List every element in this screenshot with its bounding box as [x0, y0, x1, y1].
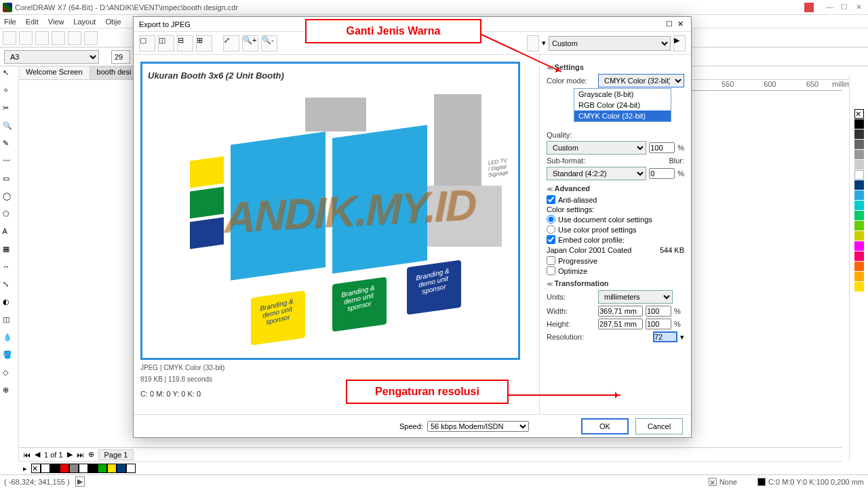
eyedropper-tool-icon[interactable]: 💧: [2, 332, 17, 347]
fill-tool-icon[interactable]: 🪣: [2, 350, 17, 365]
settings-header[interactable]: Settings: [547, 63, 684, 71]
swatch[interactable]: [126, 464, 136, 473]
next-page-icon[interactable]: ▶: [67, 450, 73, 459]
new-icon[interactable]: [3, 31, 16, 45]
dimension-tool-icon[interactable]: ↔: [2, 262, 17, 277]
width-input[interactable]: [598, 306, 643, 317]
menu-layout[interactable]: Layout: [73, 18, 96, 26]
swatch[interactable]: [98, 464, 107, 473]
quality-select[interactable]: Custom: [547, 141, 646, 155]
antialiased-checkbox[interactable]: [547, 195, 555, 204]
close-icon[interactable]: ✕: [856, 3, 865, 12]
palette-menu-icon[interactable]: ▸: [23, 464, 27, 473]
shape-tool-icon[interactable]: ✧: [2, 85, 17, 100]
blur-input[interactable]: [649, 168, 675, 179]
swatch[interactable]: [107, 464, 117, 473]
swatch[interactable]: [854, 251, 864, 261]
cancel-button[interactable]: Cancel: [635, 418, 683, 434]
chevron-down-icon[interactable]: ▾: [542, 39, 546, 47]
play-icon[interactable]: ▶: [75, 476, 85, 487]
swatch[interactable]: [854, 140, 864, 149]
transform-header[interactable]: Transformation: [547, 279, 684, 287]
swatch[interactable]: [854, 262, 864, 271]
chevron-down-icon[interactable]: ▾: [680, 333, 684, 342]
progressive-checkbox[interactable]: [547, 256, 555, 265]
swatch[interactable]: [854, 160, 864, 169]
menu-edit[interactable]: Edit: [26, 18, 39, 26]
zoom-fit-icon[interactable]: ⤢: [223, 35, 239, 52]
add-tool-icon[interactable]: ⊕: [2, 385, 17, 400]
print-icon[interactable]: [52, 31, 65, 45]
optimize-checkbox[interactable]: [547, 266, 555, 275]
swatch[interactable]: [854, 201, 864, 210]
transparency-tool-icon[interactable]: ◫: [2, 314, 17, 329]
height-input[interactable]: [598, 319, 643, 329]
menu-object[interactable]: Obje: [105, 18, 121, 26]
ellipse-tool-icon[interactable]: ◯: [2, 191, 17, 206]
swatch-none-icon[interactable]: ✕: [854, 109, 864, 119]
colormode-option-rgb[interactable]: RGB Color (24-bit): [574, 100, 671, 110]
last-page-icon[interactable]: ⏭: [77, 451, 84, 459]
effects-tool-icon[interactable]: ◐: [2, 297, 17, 312]
swatch[interactable]: [854, 211, 864, 220]
page-tab[interactable]: Page 1: [98, 449, 134, 460]
maximize-icon[interactable]: ☐: [841, 3, 850, 12]
first-page-icon[interactable]: ⏮: [23, 451, 31, 459]
pick-tool-icon[interactable]: ↖: [2, 68, 17, 83]
menu-view[interactable]: View: [48, 18, 64, 26]
swatch[interactable]: [854, 119, 864, 129]
quality-pct-input[interactable]: [649, 142, 675, 153]
swatch[interactable]: [854, 272, 864, 281]
dialog-restore-icon[interactable]: ☐: [664, 20, 675, 28]
rectangle-tool-icon[interactable]: ▭: [2, 174, 17, 188]
swatch[interactable]: [854, 129, 864, 139]
swatch[interactable]: [69, 464, 79, 473]
tab-welcome[interactable]: Welcome Screen: [19, 66, 90, 79]
zoom-out-icon[interactable]: 🔍-: [261, 35, 277, 52]
swatch[interactable]: [854, 190, 864, 200]
swatch[interactable]: [854, 180, 864, 190]
swatch[interactable]: [854, 282, 864, 291]
swatch[interactable]: [854, 150, 864, 159]
ok-button[interactable]: OK: [581, 418, 629, 434]
subformat-select[interactable]: Standard (4:2:2): [547, 167, 646, 180]
artistic-tool-icon[interactable]: 〰: [2, 156, 17, 171]
tab-document[interactable]: booth desi: [90, 66, 139, 79]
preset-next-icon[interactable]: ▶: [673, 35, 686, 52]
zoom-tool-icon[interactable]: 🔍: [2, 121, 17, 136]
bg-color-icon[interactable]: [527, 35, 539, 52]
units-select[interactable]: millimeters: [598, 290, 673, 304]
prev-page-icon[interactable]: ◀: [35, 450, 40, 459]
page-dim-input[interactable]: [111, 50, 130, 64]
swatch-none-icon[interactable]: ✕: [31, 464, 41, 473]
outline-indicator-icon[interactable]: [757, 478, 766, 486]
swatch[interactable]: [50, 464, 60, 473]
save-icon[interactable]: [35, 31, 49, 45]
colormode-select[interactable]: CMYK Color (32-bit): [598, 74, 684, 87]
dialog-close-icon[interactable]: ✕: [675, 20, 686, 28]
swatch[interactable]: [854, 170, 864, 180]
preview-single-icon[interactable]: ▢: [139, 35, 155, 52]
preset-select[interactable]: Custom: [549, 36, 671, 51]
height-pct-input[interactable]: [646, 319, 671, 329]
preview-2v-icon[interactable]: ⊟: [177, 35, 193, 52]
add-page-icon[interactable]: ⊕: [88, 450, 94, 459]
swatch[interactable]: [117, 464, 126, 473]
freehand-tool-icon[interactable]: ✎: [2, 138, 17, 153]
swatch[interactable]: [88, 464, 98, 473]
swatch[interactable]: [79, 464, 88, 473]
width-pct-input[interactable]: [646, 306, 671, 317]
user-icon[interactable]: [804, 3, 814, 12]
minimize-icon[interactable]: —: [826, 3, 835, 12]
fill-indicator-icon[interactable]: ✕: [709, 478, 717, 486]
preview-2up-icon[interactable]: ◫: [158, 35, 174, 52]
zoom-in-icon[interactable]: 🔍+: [242, 35, 258, 52]
swatch[interactable]: [60, 464, 69, 473]
cut-icon[interactable]: [68, 31, 81, 45]
colormode-option-cmyk[interactable]: CMYK Color (32-bit): [574, 110, 671, 121]
polygon-tool-icon[interactable]: ⬠: [2, 209, 17, 224]
colormode-option-grayscale[interactable]: Grayscale (8-bit): [574, 89, 671, 100]
swatch[interactable]: [41, 464, 50, 473]
advanced-header[interactable]: Advanced: [547, 184, 684, 192]
pagesize-select[interactable]: A3: [4, 50, 99, 64]
